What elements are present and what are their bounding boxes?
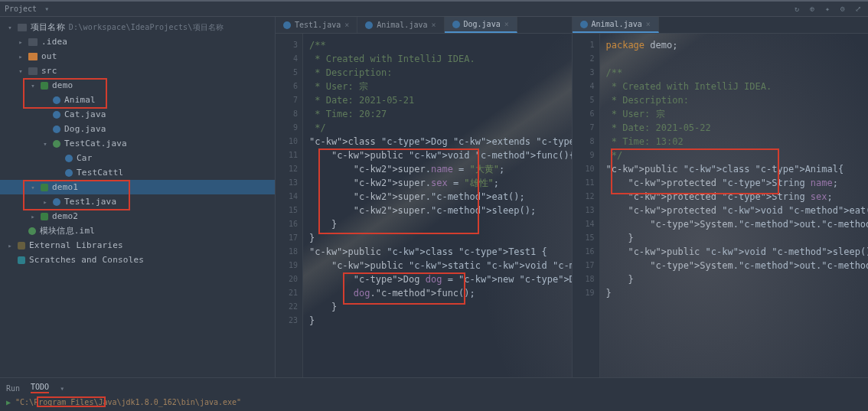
code-line[interactable]: * User: 宗 <box>309 80 572 93</box>
caret-icon[interactable]: ▾ <box>6 24 14 31</box>
tree-label: src <box>41 66 57 76</box>
code-line[interactable]: "c-kw">protected "c-type">String name; <box>606 176 869 190</box>
tree-item-external-libs[interactable]: ▸ External Libraries <box>0 238 275 253</box>
folder-icon <box>28 67 38 75</box>
code-line[interactable]: * Time: 20:27 <box>309 107 572 121</box>
tree-item-pkg-demo1[interactable]: ▾ demo1 <box>0 180 275 194</box>
code-line[interactable]: "c-type">System."c-method">out."c-method… <box>606 259 869 272</box>
collapse-icon[interactable]: ⤢ <box>853 4 863 15</box>
tree-item-pkg-demo[interactable]: ▾ demo <box>0 78 275 93</box>
code-line[interactable]: /** <box>606 66 869 80</box>
code-line[interactable]: "c-kw">public "c-kw">void "c-method">fun… <box>309 148 572 162</box>
code-line[interactable]: "c-kw">public "c-kw">class "c-type">Anim… <box>606 162 869 176</box>
code-line[interactable]: } <box>309 300 572 314</box>
tab-animal[interactable]: Animal.java × <box>357 17 444 33</box>
code-line[interactable]: * Date: 2021-05-21 <box>309 93 572 107</box>
close-icon[interactable]: × <box>344 21 349 29</box>
code-line[interactable]: "c-type">System."c-method">out."c-method… <box>606 217 869 231</box>
code-line[interactable]: dog."c-method">func(); <box>309 286 572 300</box>
tree-item-testcattl[interactable]: TestCattl <box>0 165 275 180</box>
caret-icon[interactable]: ▾ <box>41 140 49 148</box>
caret-icon[interactable]: ▸ <box>41 198 49 206</box>
code-line[interactable]: */ <box>606 148 869 162</box>
code-line[interactable]: "c-kw">class "c-type">Dog "c-kw">extends… <box>309 135 572 148</box>
line-number: 18 <box>276 245 302 259</box>
code-line[interactable]: * Created with IntelliJ IDEA. <box>309 52 572 66</box>
code-line[interactable]: * Date: 2021-05-22 <box>606 121 869 135</box>
code-line[interactable]: * Description: <box>309 66 572 80</box>
code-line[interactable]: } <box>606 286 869 300</box>
chevron-down-icon[interactable]: ▾ <box>41 4 52 15</box>
tree-root[interactable]: ▾ 项目名称 D:\workspace\IdeaProjects\项目名称 <box>0 20 275 34</box>
caret-icon[interactable]: ▸ <box>29 213 37 220</box>
tab-dog[interactable]: Dog.java × <box>445 17 517 33</box>
code-line[interactable]: */ <box>309 121 572 135</box>
code-line[interactable]: * Created with IntelliJ IDEA. <box>606 80 869 93</box>
tree-item-pkg-demo2[interactable]: ▸ demo2 <box>0 209 275 223</box>
code-left[interactable]: /** * Created with IntelliJ IDEA. * Desc… <box>303 34 572 377</box>
code-line[interactable]: "c-kw">protected "c-type">String sex; <box>606 190 869 204</box>
close-icon[interactable]: × <box>646 20 651 28</box>
code-line[interactable]: "c-kw2">super.sex = "雄性"; <box>309 176 572 190</box>
code-line[interactable]: } <box>309 231 572 245</box>
tree-item-animal[interactable]: Animal <box>0 93 275 107</box>
tree-item-idea[interactable]: ▸ .idea <box>0 34 275 49</box>
tab-label: Animal.java <box>592 20 642 28</box>
tree-label: TestCattl <box>77 168 123 178</box>
caret-icon[interactable]: ▾ <box>17 67 24 75</box>
code-line[interactable]: package demo; <box>606 38 869 52</box>
code-line[interactable]: "c-kw">public "c-kw">class "c-type">Test… <box>309 245 572 259</box>
tree-item-src[interactable]: ▾ src <box>0 64 275 78</box>
top-toolbar: Project ▾ ↻ ⊕ ✦ ⚙ ⤢ <box>0 2 868 17</box>
code-line[interactable]: "c-kw2">super.name = "大黄"; <box>309 162 572 176</box>
code-line[interactable]: } <box>309 217 572 231</box>
code-line[interactable]: "c-kw">public "c-kw">static "c-kw">void … <box>309 259 572 272</box>
tree-label: Dog.java <box>64 124 106 134</box>
caret-icon[interactable]: ▾ <box>29 82 37 90</box>
package-icon <box>41 184 48 191</box>
gear-icon[interactable]: ⚙ <box>837 4 848 15</box>
tree-item-out[interactable]: ▸ out <box>0 49 275 64</box>
tree-item-car[interactable]: Car <box>0 151 275 165</box>
code-line[interactable]: } <box>309 314 572 328</box>
code-right[interactable]: package demo; /** * Created with Intelli… <box>600 34 869 377</box>
target-icon[interactable]: ⊕ <box>807 4 817 15</box>
tab-test1[interactable]: Test1.java × <box>276 17 357 33</box>
caret-icon[interactable]: ▸ <box>17 53 24 60</box>
tree-item-catjava[interactable]: Cat.java <box>0 107 275 122</box>
code-line[interactable]: "c-kw">public "c-kw">void "c-method">sle… <box>606 245 869 259</box>
todo-tab[interactable]: TODO <box>31 383 49 393</box>
close-icon[interactable]: × <box>431 21 436 29</box>
code-line[interactable]: * User: 宗 <box>606 107 869 121</box>
run-chevron-icon[interactable]: ▾ <box>60 384 64 393</box>
tree-item-scratches[interactable]: Scratches and Consoles <box>0 253 275 267</box>
tab-strip-right: Animal.java × <box>573 17 869 34</box>
code-line[interactable]: * Description: <box>606 93 869 107</box>
sync-icon[interactable]: ↻ <box>791 4 802 15</box>
crosshair-icon[interactable]: ✦ <box>822 4 833 15</box>
run-tab[interactable]: Run <box>6 384 20 393</box>
caret-icon[interactable]: ▸ <box>17 38 24 46</box>
project-tool-label[interactable]: Project <box>5 5 37 13</box>
close-icon[interactable]: × <box>504 20 509 28</box>
code-line[interactable]: * Time: 13:02 <box>606 135 869 148</box>
tree-item-dogjava[interactable]: Dog.java <box>0 122 275 136</box>
code-line[interactable]: "c-kw2">super."c-method">eat(); <box>309 190 572 204</box>
tree-item-iml[interactable]: 模块信息.iml <box>0 223 275 238</box>
tab-label: Dog.java <box>464 20 501 28</box>
caret-icon[interactable]: ▸ <box>6 242 14 250</box>
tree-item-test1java[interactable]: ▸ Test1.java <box>0 194 275 209</box>
code-line[interactable]: "c-type">Dog dog = "c-kw">new "c-type">D… <box>309 272 572 286</box>
code-line[interactable]: "c-kw2">super."c-method">sleep(); <box>309 204 572 217</box>
code-line[interactable]: } <box>606 272 869 286</box>
line-number: 15 <box>276 204 302 217</box>
line-number: 14 <box>276 190 302 204</box>
tab-animal-right[interactable]: Animal.java × <box>573 17 659 33</box>
project-tree[interactable]: ▾ 项目名称 D:\workspace\IdeaProjects\项目名称 ▸ … <box>0 17 276 377</box>
code-line[interactable]: } <box>606 231 869 245</box>
code-line[interactable]: "c-kw">protected "c-kw">void "c-method">… <box>606 204 869 217</box>
caret-icon[interactable]: ▾ <box>29 184 37 191</box>
code-line[interactable]: /** <box>309 38 572 52</box>
tree-item-testcatjava[interactable]: ▾ TestCat.java <box>0 136 275 151</box>
class-icon <box>53 126 60 133</box>
